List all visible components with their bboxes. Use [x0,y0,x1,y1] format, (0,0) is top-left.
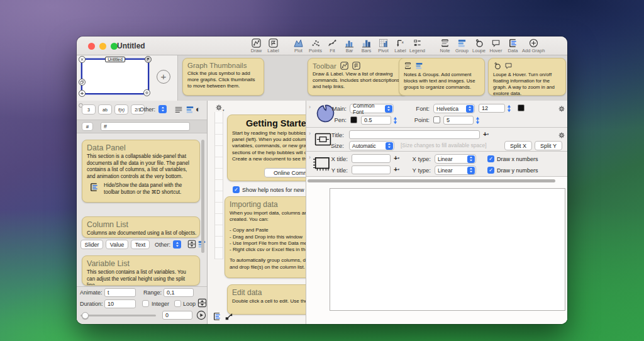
delete-graph-icon[interactable] [79,56,86,63]
animation-controls: Animate: t Range: 0,1 Duration: 10 Integ… [77,286,208,324]
toolbar-button-label[interactable]: Label [265,37,282,53]
data-panel-icon [508,38,518,48]
draw-y-numbers-checkbox[interactable]: ✓ [487,167,494,174]
contrast-icon[interactable]: ◐ [196,104,201,115]
toolbar-button-add-graph[interactable]: Add Graph [521,37,545,53]
online-community-button[interactable]: Online Community [264,168,306,177]
add-number-column-button[interactable]: 3 [82,104,96,115]
toolbar-button-loupe[interactable]: Loupe [470,37,487,53]
toolbar-button-note[interactable]: Note [436,37,453,53]
other-column-dropdown[interactable] [158,105,167,113]
draw-x-numbers-checkbox[interactable]: ✓ [487,155,494,162]
toolbar-button-bar[interactable]: Bar [341,37,358,53]
point-size-stepper[interactable] [475,116,480,127]
detach-panel-icon[interactable] [225,312,233,323]
graph-thumbnail[interactable]: Untitled [81,59,149,94]
pen-color-swatch[interactable] [350,116,357,123]
split-y-button[interactable]: Split Y [535,141,562,150]
minimize-window-button[interactable] [99,43,106,50]
flag-graph-icon[interactable] [145,56,152,63]
add-graph-plus-button[interactable]: + [157,70,170,84]
main-font-dropdown[interactable]: Common Font [350,104,394,113]
pivot-icon [379,38,388,48]
hash-column-icon[interactable]: # [82,122,93,131]
disclosure-chevron-icon[interactable]: › [309,130,311,137]
font-dropdown[interactable]: Helvetica [433,104,475,113]
toolbar-button-draw[interactable]: Draw [248,37,265,53]
note-title: Data Panel [87,143,195,152]
toolbar-button-axis-label[interactable]: Label [392,37,409,53]
toolbar-button-group[interactable]: Group [453,37,470,53]
size-dropdown[interactable]: Automatic [349,141,394,150]
range-field[interactable]: 0,1 [164,288,194,297]
toolbar-button-hover[interactable]: Hover [487,37,504,53]
app-window: Untitled Draw Label Plot Points Fit Bar … [77,36,567,324]
graph-title-field[interactable] [349,130,480,139]
toolbar-button-plot[interactable]: Plot [290,37,307,53]
column-split-icon[interactable] [187,240,196,251]
thumbnail-title: Untitled [105,57,125,62]
font-size-field[interactable]: 12 [479,104,505,113]
graph-settings-gear-icon[interactable] [143,89,150,96]
animation-value-field[interactable]: 0 [162,311,192,320]
disclosure-chevron-icon[interactable]: › [309,104,311,110]
point-size-field[interactable]: 5 [443,116,474,125]
toolbar-button-pivot[interactable]: Pivot [375,37,392,53]
toolbar-button-fit[interactable]: Fit [324,37,341,53]
list-view-toggle[interactable] [173,104,184,115]
duplicate-graph-icon[interactable] [79,79,86,86]
play-button[interactable] [196,310,206,323]
show-help-notes-checkbox[interactable]: ✓ [233,186,240,193]
add-expression-column-button[interactable]: f(x) [114,104,128,115]
animate-field[interactable]: t [104,288,136,297]
text-column-button[interactable]: Text [131,240,150,249]
add-graph-corner-icon[interactable] [79,90,86,97]
help-note-toolbar: Toolbar Draw & Label. View a list of dra… [308,58,408,96]
y-type-dropdown[interactable]: Linear [435,165,476,175]
help-note-loupe-hover: Loupe & Hover. Turn on/off floating info… [488,58,566,96]
block-view-toggle[interactable] [184,104,195,115]
slider-column-button[interactable]: Slider [80,240,103,249]
x-type-dropdown[interactable]: Linear [435,154,476,164]
toolbar-button-points[interactable]: Points [307,37,324,53]
value-column-button[interactable]: Value [106,240,128,249]
split-x-button[interactable]: Split X [504,141,532,150]
toggle-data-panel-icon[interactable] [213,312,221,323]
graph-canvas[interactable] [306,177,567,324]
note-title: Column List [87,220,195,229]
y-title-add-button[interactable]: +▾ [394,166,399,172]
other-button-dropdown[interactable] [173,240,181,249]
command-list-gutter[interactable] [214,112,223,259]
column-row[interactable]: # # [77,120,208,133]
loupe-icon [493,62,501,70]
integer-checkbox[interactable] [142,300,149,307]
style-gear-icon[interactable] [558,104,565,115]
style-section: › Main: Common Font Font: Helvetica 12 P… [306,101,567,128]
plot-frame[interactable] [330,188,565,311]
animation-slider[interactable] [80,315,156,316]
horizontal-scrollbar[interactable] [308,179,555,182]
duration-field[interactable]: 10 [104,299,136,308]
x-title-add-button[interactable]: +▾ [394,155,399,161]
pen-width-stepper[interactable] [393,116,397,127]
title-add-button[interactable]: +▾ [483,131,489,137]
column-name-field[interactable]: # [101,122,190,131]
add-text-column-button[interactable]: ab [98,104,112,115]
y-title-field[interactable] [352,165,391,174]
toolbar-button-data[interactable]: Data [504,37,521,53]
close-window-button[interactable] [88,43,95,50]
toolbar-button-legend[interactable]: Legend [409,37,426,53]
font-size-stepper[interactable] [507,104,511,115]
slider-knob[interactable] [82,312,89,319]
disclosure-chevron-icon[interactable]: › [309,154,311,160]
split-panel-icon[interactable] [197,298,207,310]
font-color-swatch[interactable] [518,104,525,111]
point-color-swatch[interactable] [433,116,440,123]
toolbar-button-bars[interactable]: Bars [358,37,375,53]
title-gear-icon[interactable] [558,130,565,142]
loop-checkbox[interactable] [174,300,181,307]
note-line: - Drag and Drop into this window [230,234,306,240]
pen-width-field[interactable]: 0.5 [361,116,391,125]
x-title-field[interactable] [352,154,391,163]
left-panel-scrollbar[interactable] [201,140,204,253]
